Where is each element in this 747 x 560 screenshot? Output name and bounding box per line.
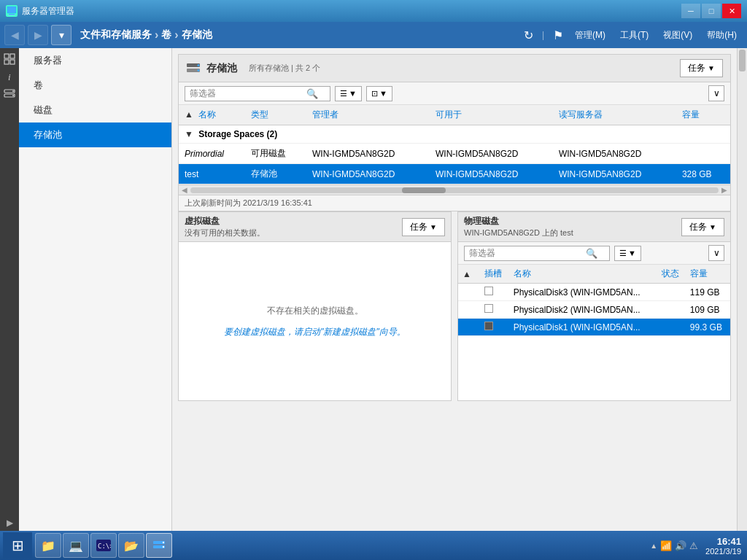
scrollbar-v-thumb[interactable] — [739, 50, 746, 71]
breadcrumb-item-3: 存储池 — [182, 28, 212, 42]
pd-task-arrow: ▼ — [709, 223, 716, 231]
sidebar-item-servers[interactable]: 服务器 — [19, 48, 171, 73]
tray-arrow[interactable]: ▲ — [650, 542, 657, 550]
table-row[interactable]: Primordial 可用磁盘 WIN-IGMD5AN8G2D WIN-IGMD… — [179, 144, 730, 164]
menu-manage[interactable]: 管理(M) — [569, 26, 611, 44]
title-bar-text: 服务器管理器 — [22, 5, 74, 18]
main-scrollbar-v[interactable] — [737, 48, 747, 531]
scrollbar-track — [190, 187, 719, 193]
vd-title: 虚拟磁盘 — [185, 215, 265, 228]
restore-button[interactable]: □ — [702, 4, 721, 18]
warning-icon: ⚠ — [689, 540, 698, 551]
start-button[interactable]: ⊞ — [3, 532, 32, 559]
svg-rect-2 — [8, 15, 15, 15]
forward-button[interactable]: ▶ — [28, 25, 48, 45]
pd-search-icon[interactable]: 🔍 — [586, 248, 597, 259]
row-cap-test: 328 GB — [676, 164, 730, 184]
svg-text:i: i — [8, 71, 11, 82]
col-avail[interactable]: 可用于 — [430, 105, 553, 125]
sidebar-item-storage-pools[interactable]: 存储池 — [19, 122, 171, 147]
taskbar-item-cmd[interactable]: C:\> — [90, 533, 117, 558]
slot-indicator-2 — [484, 322, 493, 330]
group-cell: ▼ Storage Spaces (2) — [179, 125, 730, 144]
table-row-selected[interactable]: PhysicalDisk1 (WIN-IGMD5AN... 99.3 GB — [458, 319, 730, 336]
col-manager[interactable]: 管理者 — [306, 105, 430, 125]
row-manager-primordial: WIN-IGMD5AN8G2D — [306, 144, 430, 164]
pd-subtitle: WIN-IGMD5AN8G2D 上的 test — [464, 228, 573, 238]
pd-col-name[interactable]: 名称 — [509, 265, 657, 284]
pd-col-slot[interactable]: 插槽 — [480, 265, 508, 284]
group-row[interactable]: ▼ Storage Spaces (2) — [179, 125, 730, 144]
minimize-button[interactable]: ─ — [681, 4, 700, 18]
vd-tasks-button[interactable]: 任务 ▼ — [402, 218, 445, 236]
pool-status-bar: 上次刷新时间为 2021/3/19 16:35:41 — [179, 195, 730, 211]
network-icon: 📶 — [660, 540, 672, 551]
sidebar-item-disks[interactable]: 磁盘 — [19, 98, 171, 122]
pd-tasks-button[interactable]: 任务 ▼ — [681, 218, 724, 236]
pd-list-view-button[interactable]: ☰ ▼ — [614, 246, 641, 261]
taskbar-item-folder[interactable]: 📂 — [118, 533, 144, 558]
breadcrumb-sep-1: › — [155, 28, 158, 42]
row-name-primordial: Primordial — [179, 144, 245, 164]
breadcrumb-item-2[interactable]: 卷 — [161, 28, 171, 42]
taskbar-item-explorer[interactable]: 📁 — [35, 533, 61, 558]
scroll-left-arrow[interactable]: ◀ — [182, 186, 187, 194]
clock-time: 16:41 — [705, 536, 741, 547]
pd-row-name-0: PhysicalDisk3 (WIN-IGMD5AN... — [509, 284, 657, 301]
taskbar-item-computer[interactable]: 💻 — [63, 533, 89, 558]
sidebar-item-volumes[interactable]: 卷 — [19, 73, 171, 98]
pd-row-status-2 — [657, 319, 686, 336]
taskbar-item-servermanager[interactable] — [146, 533, 172, 558]
menu-help[interactable]: 帮助(H) — [701, 26, 743, 44]
clock[interactable]: 16:41 2021/3/19 — [705, 536, 741, 556]
pd-col-sort[interactable]: ▲ — [458, 265, 480, 284]
svg-rect-3 — [4, 54, 9, 58]
last-refresh-text: 上次刷新时间为 2021/3/19 16:35:41 — [185, 198, 312, 207]
panel-icon — [186, 61, 201, 76]
menu-tools[interactable]: 工具(T) — [614, 26, 654, 44]
expand-button[interactable]: ∨ — [708, 85, 724, 101]
tasks-button[interactable]: 任务 ▼ — [680, 59, 723, 77]
scroll-right-arrow[interactable]: ▶ — [721, 186, 727, 194]
row-avail-primordial: WIN-IGMD5AN8G2D — [430, 144, 553, 164]
table-row[interactable]: PhysicalDisk3 (WIN-IGMD5AN... 119 GB — [458, 284, 730, 301]
table-row[interactable]: PhysicalDisk2 (WIN-IGMD5AN... 109 GB — [458, 301, 730, 319]
panel-title: 存储池 — [206, 62, 237, 75]
close-button[interactable]: ✕ — [722, 4, 741, 18]
sidebar-icon-storage[interactable] — [1, 86, 18, 102]
pd-table-header: ▲ 插槽 名称 状态 — [458, 265, 730, 284]
sidebar-icon-info[interactable]: i — [1, 69, 18, 85]
sidebar-icon-expand[interactable]: ▶ — [1, 515, 18, 531]
flag-icon[interactable]: ⚑ — [553, 28, 563, 42]
list-view-button[interactable]: ☰ ▼ — [335, 86, 362, 101]
pd-row-status-1 — [657, 301, 686, 319]
pd-search-input[interactable] — [469, 248, 586, 258]
svg-point-11 — [12, 95, 14, 96]
group-dropdown: ▼ — [379, 89, 387, 98]
slot-indicator-1 — [484, 304, 493, 313]
table-row-selected[interactable]: test 存储池 WIN-IGMD5AN8G2D WIN-IGMD5AN8G2D… — [179, 164, 730, 184]
col-rw-server[interactable]: 读写服务器 — [553, 105, 676, 125]
col-name[interactable]: ▲ 名称 — [179, 105, 245, 125]
pd-col-capacity[interactable]: 容量 — [686, 265, 730, 284]
dropdown-button[interactable]: ▾ — [51, 25, 71, 45]
pd-row-name-1: PhysicalDisk2 (WIN-IGMD5AN... — [509, 301, 657, 319]
pd-col-status[interactable]: 状态 — [657, 265, 686, 284]
vd-header-row: 虚拟磁盘 没有可用的相关数据。 任务 ▼ — [185, 215, 445, 238]
search-icon[interactable]: 🔍 — [306, 88, 318, 99]
refresh-button[interactable]: ↻ — [524, 28, 533, 42]
pool-scrollbar[interactable]: ◀ ▶ — [179, 184, 730, 195]
back-button[interactable]: ◀ — [4, 25, 25, 45]
col-type[interactable]: 类型 — [245, 105, 306, 125]
vd-header-left: 虚拟磁盘 没有可用的相关数据。 — [185, 215, 265, 238]
vd-link[interactable]: 要创建虚拟磁盘，请启动"新建虚拟磁盘"向导。 — [224, 326, 406, 338]
scrollbar-thumb[interactable] — [402, 187, 446, 193]
breadcrumb-item-1[interactable]: 文件和存储服务 — [80, 28, 152, 42]
menu-view[interactable]: 视图(V) — [657, 26, 698, 44]
menu-items: 管理(M) 工具(T) 视图(V) 帮助(H) — [569, 26, 743, 44]
sidebar-icon-dashboard[interactable] — [1, 51, 18, 67]
search-input[interactable] — [190, 88, 306, 98]
col-capacity[interactable]: 容量 — [676, 105, 730, 125]
pd-expand-button[interactable]: ∨ — [708, 245, 724, 261]
group-button[interactable]: ⊡ ▼ — [366, 86, 392, 101]
